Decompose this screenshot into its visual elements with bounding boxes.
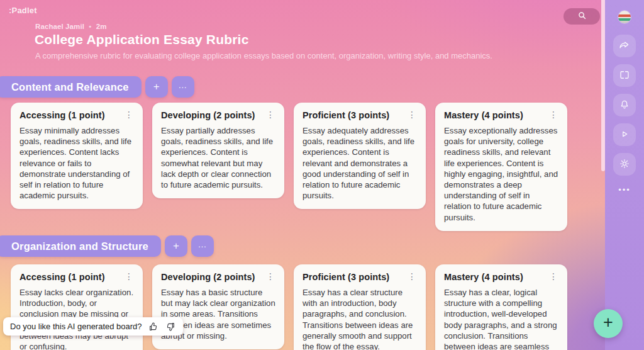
card-title: Developing (2 points) [161, 272, 255, 282]
card-body: Essay has a clear structure with an intr… [303, 287, 417, 350]
card-title: Mastery (4 points) [444, 110, 523, 120]
author-name[interactable]: Rachael Jamil [35, 23, 84, 30]
settings-button[interactable] [613, 153, 636, 176]
play-button[interactable] [613, 123, 636, 146]
add-post-button[interactable]: + [145, 76, 168, 98]
card-title: Accessing (1 point) [19, 110, 105, 120]
card-body: Essay partially addresses goals, readine… [161, 125, 275, 190]
card-accessing-2[interactable]: Accessing (1 point) ⋮ Essay lacks clear … [11, 264, 143, 350]
toast-message: Do you like this AI generated board? [10, 322, 142, 331]
kebab-menu-icon[interactable]: ⋮ [548, 110, 558, 119]
cards-row-content-relevance: Accessing (1 point) ⋮ Essay minimally ad… [11, 103, 567, 231]
add-post-button[interactable]: + [165, 235, 187, 257]
search-button[interactable] [564, 8, 600, 25]
kebab-menu-icon[interactable]: ⋮ [124, 272, 134, 281]
author-line: Rachael Jamil • 2m [35, 23, 107, 30]
bell-icon [619, 99, 630, 112]
card-proficient-1[interactable]: Proficient (3 points) ⋮ Essay adequately… [294, 103, 426, 209]
card-body: Essay adequately addresses goals, readin… [303, 125, 417, 201]
card-mastery-1[interactable]: Mastery (4 points) ⋮ Essay exceptionally… [435, 103, 567, 231]
search-icon [577, 11, 587, 23]
kebab-menu-icon[interactable]: ⋮ [548, 272, 558, 281]
gear-icon [619, 158, 630, 171]
notifications-button[interactable] [613, 94, 636, 116]
card-body: Essay minimally addresses goals, readine… [19, 125, 134, 201]
kebab-menu-icon[interactable]: ⋮ [124, 110, 134, 119]
play-icon [619, 128, 630, 142]
kebab-menu-icon[interactable]: ⋮ [407, 110, 417, 119]
card-body: Essay exceptionally addresses goals for … [444, 125, 558, 223]
vertical-scrollbar-thumb[interactable] [601, 0, 605, 171]
kebab-menu-icon[interactable]: ⋮ [265, 272, 275, 281]
share-button[interactable] [613, 35, 636, 57]
add-post-fab[interactable]: + [594, 309, 623, 338]
padlet-logo[interactable]: :Padlet [9, 6, 37, 15]
section-title-organization-structure[interactable]: Organization and Structure [0, 235, 161, 257]
thumbs-down-icon[interactable] [165, 321, 176, 332]
cards-row-organization-structure: Accessing (1 point) ⋮ Essay lacks clear … [11, 264, 567, 350]
thumbs-up-icon[interactable] [148, 321, 159, 332]
card-title: Mastery (4 points) [444, 272, 523, 282]
padlet-board: :Padlet Rachael Jamil • 2m College Appli… [0, 0, 644, 350]
slideshow-button[interactable] [613, 64, 636, 87]
kebab-menu-icon[interactable]: ⋮ [407, 272, 417, 281]
ai-feedback-toast: Do you like this AI generated board? [3, 317, 183, 336]
right-sidebar: ••• [605, 0, 644, 350]
card-body: Essay has a clear, logical structure wit… [444, 287, 558, 350]
slideshow-icon [619, 69, 630, 82]
card-developing-2[interactable]: Developing (2 points) ⋮ Essay has a basi… [152, 264, 284, 349]
card-title: Proficient (3 points) [303, 110, 389, 120]
card-title: Accessing (1 point) [19, 272, 105, 282]
card-title: Developing (2 points) [161, 110, 255, 120]
section-title-content-relevance[interactable]: Content and Relevance [0, 76, 142, 98]
section-header-organization-structure: Organization and Structure + … [0, 235, 214, 257]
section-header-content-relevance: Content and Relevance + … [0, 76, 194, 98]
card-accessing-1[interactable]: Accessing (1 point) ⋮ Essay minimally ad… [11, 103, 143, 209]
sidebar-more-button[interactable]: ••• [618, 185, 631, 195]
card-title: Proficient (3 points) [303, 272, 389, 282]
post-time: 2m [96, 23, 107, 30]
card-mastery-2[interactable]: Mastery (4 points) ⋮ Essay has a clear, … [435, 264, 567, 350]
card-proficient-2[interactable]: Proficient (3 points) ⋮ Essay has a clea… [294, 264, 426, 350]
share-icon [619, 40, 630, 53]
kebab-menu-icon[interactable]: ⋮ [265, 110, 275, 119]
avatar[interactable] [618, 11, 631, 23]
card-developing-1[interactable]: Developing (2 points) ⋮ Essay partially … [152, 103, 284, 198]
page-title: College Application Essay Rubric [35, 32, 249, 47]
section-more-button[interactable]: … [172, 76, 194, 98]
author-separator: • [89, 23, 91, 30]
page-subtitle: A comprehensive rubric for evaluating co… [35, 51, 492, 60]
section-more-button[interactable]: … [191, 235, 214, 257]
